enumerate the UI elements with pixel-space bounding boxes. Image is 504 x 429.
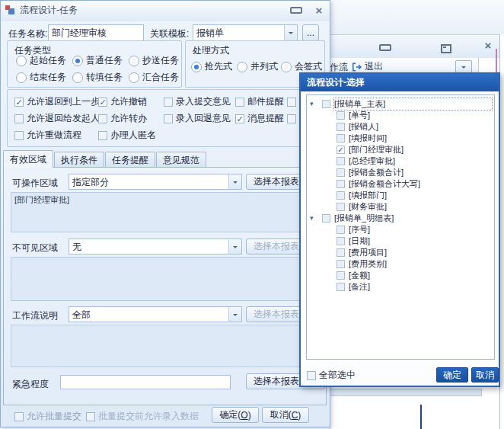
tree-checkbox[interactable] — [337, 226, 345, 234]
task-name-input[interactable] — [48, 24, 144, 41]
tree-item[interactable]: ▾[报销单_主表] — [310, 98, 492, 110]
tree-checkbox[interactable] — [337, 168, 345, 177]
checkbox-email-reminder[interactable]: 邮件提醒 — [235, 95, 284, 108]
checkbox-message-reminder[interactable]: 消息提醒 — [235, 112, 284, 125]
task-dialog-titlebar[interactable]: 流程设计-任务 × — [1, 1, 330, 21]
template-more-button[interactable]: ... — [302, 24, 319, 41]
checkbox-batch-submit[interactable]: 允许批量提交 — [14, 410, 81, 423]
workflow-note-combobox[interactable]: 全部 — [69, 306, 242, 322]
checkbox-allow-revoke[interactable]: 允许撤销 — [98, 95, 147, 108]
tab-valid-area[interactable]: 有效区域 — [3, 150, 53, 168]
exit-button[interactable]: 退出 — [352, 60, 383, 73]
radio-transfer-task[interactable]: 转填任务 — [72, 71, 123, 84]
cancel-button[interactable]: 取消 — [471, 367, 499, 383]
template-dropdown-button[interactable] — [284, 25, 297, 40]
close-icon[interactable]: × — [482, 40, 494, 51]
radio-preemptive[interactable]: 抢先式 — [191, 60, 232, 73]
maximize-icon[interactable] — [441, 44, 451, 53]
radio-label: 转填任务 — [86, 71, 123, 84]
radio-countersign[interactable]: 会签式 — [281, 60, 322, 73]
tree-checkbox[interactable] — [337, 271, 345, 280]
tree-item[interactable]: [日期] — [310, 235, 492, 247]
tree-item[interactable]: [备注] — [310, 281, 492, 293]
tree-checkbox[interactable] — [337, 146, 345, 154]
tree-checkbox[interactable] — [337, 203, 345, 211]
expander-icon[interactable]: ▾ — [310, 213, 322, 224]
radio-end-task[interactable]: 结束任务 — [16, 71, 66, 84]
tree-item[interactable]: [金额] — [310, 270, 492, 281]
template-combobox[interactable]: 报销单 — [193, 24, 298, 41]
expander-icon[interactable]: ▾ — [310, 98, 322, 110]
radio-copy-task[interactable]: 抄送任务 — [129, 54, 179, 67]
tree-checkbox[interactable] — [337, 260, 345, 268]
tree-item[interactable]: [填报部门] — [310, 190, 492, 201]
tree-item[interactable]: ▾[报销单_明细表] — [310, 213, 492, 224]
tree-checkbox[interactable] — [322, 214, 330, 223]
workflow-note-textarea[interactable] — [11, 325, 321, 367]
tree-item[interactable]: [费用项目] — [310, 247, 492, 258]
tree-checkbox[interactable] — [337, 134, 345, 142]
radio-parallel[interactable]: 并列式 — [237, 60, 278, 73]
field-tree: ▾[报销单_主表] [单号] [报销人] [填报时间] [部门经理审批] [总经… — [306, 94, 495, 360]
tab-opinion-spec[interactable]: 意见规范 — [156, 152, 206, 168]
close-icon[interactable]: × — [313, 5, 325, 16]
cancel-button[interactable]: 取消(C) — [262, 407, 309, 423]
tree-item[interactable]: [单号] — [310, 110, 492, 121]
checkbox-allow-return-previous[interactable]: 允许退回到上一步 — [14, 95, 100, 108]
invisible-area-textarea[interactable] — [11, 257, 321, 301]
ok-button[interactable]: 确定(O) — [212, 407, 259, 423]
checkbox-allow-return-initiator[interactable]: 允许退回给发起人 — [14, 112, 100, 125]
tree-item[interactable]: [报销金额合计] — [310, 167, 492, 178]
tree-checkbox[interactable] — [337, 248, 345, 257]
ok-button[interactable]: 确定 — [436, 367, 468, 383]
tree-item[interactable]: [报销金额合计大写] — [310, 178, 492, 190]
tree-item[interactable]: [总经理审批] — [310, 155, 492, 167]
tree-checkbox[interactable] — [337, 157, 345, 165]
tree-item[interactable]: [费用类别] — [310, 258, 492, 270]
radio-icon — [129, 72, 139, 83]
radio-merge-task[interactable]: 汇合任务 — [129, 71, 179, 84]
tree-item[interactable]: [部门经理审批] — [310, 144, 492, 155]
tree-item[interactable]: [财务审批] — [310, 201, 492, 213]
desktop-backdrop — [329, 0, 504, 34]
window-edge-accent — [496, 49, 497, 75]
invisible-area-combobox[interactable]: 无 — [69, 239, 242, 255]
minimize-icon[interactable] — [379, 44, 391, 51]
radio-normal-task[interactable]: 普通任务 — [72, 54, 123, 67]
tree-checkbox[interactable] — [337, 123, 345, 131]
select-dialog-titlebar[interactable]: 流程设计-选择 — [301, 74, 499, 91]
tree-checkbox[interactable] — [337, 111, 345, 120]
checkbox-icon — [235, 98, 244, 107]
urgency-input[interactable] — [60, 375, 231, 389]
select-all-checkbox[interactable]: 全部选中 — [307, 369, 356, 382]
tree-checkbox[interactable] — [337, 180, 345, 188]
tab-task-reminder[interactable]: 任务提醒 — [105, 152, 155, 168]
checkbox-icon — [287, 98, 296, 107]
tree-checkbox[interactable] — [337, 237, 345, 245]
radio-start-task[interactable]: 起始任务 — [16, 54, 66, 67]
tree-item[interactable]: [填报时间] — [310, 133, 492, 144]
combo-dropdown-button[interactable] — [228, 307, 241, 322]
tree-checkbox[interactable] — [337, 283, 345, 291]
chevron-down-icon — [233, 314, 238, 319]
checkbox-enter-submit-opinion[interactable]: 录入提交意见 — [164, 95, 231, 108]
minimize-icon[interactable] — [290, 7, 302, 14]
radio-icon — [16, 56, 27, 66]
tree-item[interactable]: [报销人] — [310, 121, 492, 133]
checkbox-handler-anonymous[interactable]: 办理人匿名 — [98, 129, 156, 142]
tab-exec-condition[interactable]: 执行条件 — [54, 152, 104, 168]
radio-label: 起始任务 — [30, 54, 66, 67]
checkbox-allow-transfer[interactable]: 允许转办 — [98, 112, 147, 125]
checkbox-allow-redo-flow[interactable]: 允许重做流程 — [14, 129, 81, 142]
app-icon — [5, 5, 15, 15]
tree-item[interactable]: [序号] — [310, 224, 492, 235]
operable-area-textarea[interactable]: [部门经理审批] — [11, 192, 321, 232]
tree-checkbox[interactable] — [322, 100, 330, 108]
combo-dropdown-button[interactable] — [228, 239, 241, 254]
checkbox-icon — [98, 131, 107, 140]
checkbox-enter-return-opinion[interactable]: 录入回退意见 — [164, 112, 231, 125]
tree-checkbox[interactable] — [337, 191, 345, 200]
operable-area-combobox[interactable]: 指定部分 — [69, 174, 242, 190]
combo-dropdown-button[interactable] — [228, 174, 241, 189]
tree-item-label: [总经理审批] — [349, 155, 395, 167]
